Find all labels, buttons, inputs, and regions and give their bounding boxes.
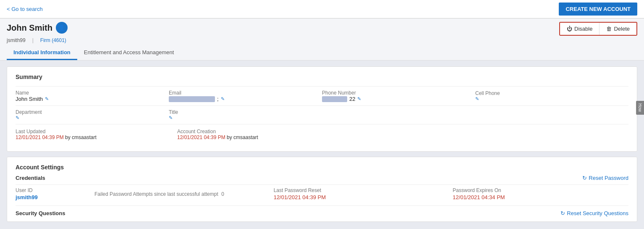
user-name: John Smith bbox=[7, 23, 52, 33]
email-field: Email ; ✎ bbox=[169, 90, 322, 102]
title-value: ✎ bbox=[169, 115, 322, 121]
account-settings-card: Account Settings Credentials ↻ Reset Pas… bbox=[7, 157, 637, 222]
tab-individual-information[interactable]: Individual Information bbox=[7, 46, 77, 60]
tab-entitlement[interactable]: Entitlement and Access Management bbox=[77, 46, 181, 60]
reset-password-icon: ↻ bbox=[582, 175, 587, 181]
email-label: Email bbox=[169, 90, 322, 96]
cell-phone-field: Cell Phone ✎ bbox=[475, 90, 628, 102]
credentials-fields: User ID jsmith99 Failed Password Attempt… bbox=[16, 184, 628, 203]
credentials-label: Credentials bbox=[16, 175, 45, 181]
top-bar: < Go to search CREATE NEW ACCOUNT bbox=[0, 0, 644, 18]
account-settings-title: Account Settings bbox=[16, 164, 628, 171]
title-field: Title ✎ bbox=[169, 109, 322, 121]
phone-field: Phone Number 22 ✎ bbox=[322, 90, 475, 102]
action-buttons-group: ⏻ Disable 🗑 Delete bbox=[559, 22, 637, 36]
account-creation-label: Account Creation bbox=[177, 129, 322, 134]
security-questions-row: Security Questions ↻ Reset Security Ques… bbox=[16, 205, 628, 216]
summary-row-1: Name John Smith ✎ Email ; ✎ Phone Number bbox=[16, 86, 628, 105]
email-redacted bbox=[169, 96, 215, 102]
last-updated-value: 12/01/2021 04:39 PM by cmsaastart bbox=[16, 134, 169, 140]
cred-failed-label: Failed Password Attempts since last succ… bbox=[94, 191, 270, 197]
phone-value: 22 ✎ bbox=[322, 96, 475, 102]
name-label: Name bbox=[16, 90, 169, 96]
cred-expires-field: Password Expires On 12/01/2021 04:34 PM bbox=[453, 187, 628, 200]
cred-last-reset-value: 12/01/2021 04:39 PM bbox=[274, 194, 450, 200]
department-edit-icon[interactable]: ✎ bbox=[16, 115, 19, 121]
cred-userid-value: jsmith99 bbox=[16, 194, 91, 200]
reset-password-link[interactable]: ↻ Reset Password bbox=[582, 175, 628, 181]
cell-phone-label: Cell Phone bbox=[475, 90, 628, 96]
department-value: ✎ bbox=[16, 115, 169, 121]
create-new-account-button[interactable]: CREATE NEW ACCOUNT bbox=[559, 3, 637, 16]
phone-label: Phone Number bbox=[322, 90, 475, 96]
meta-separator: | bbox=[32, 37, 34, 43]
email-value: ; ✎ bbox=[169, 96, 322, 102]
account-creation-field: Account Creation 12/01/2021 04:39 PM by … bbox=[169, 129, 322, 140]
user-header: John Smith 👤 ⏻ Disable 🗑 Delete jsmith99… bbox=[0, 18, 644, 61]
phone-edit-icon[interactable]: ✎ bbox=[357, 96, 361, 102]
delete-label: Delete bbox=[614, 26, 630, 32]
firm-link[interactable]: Firm (4601) bbox=[40, 37, 66, 43]
summary-title: Summary bbox=[16, 74, 628, 80]
reset-security-label: Reset Security Questions bbox=[567, 210, 628, 216]
cred-failed-attempts-field: Failed Password Attempts since last succ… bbox=[94, 191, 270, 197]
cred-userid-label: User ID bbox=[16, 187, 91, 193]
content-area: Summary Name John Smith ✎ Email ; ✎ Phon… bbox=[0, 61, 644, 228]
title-edit-icon[interactable]: ✎ bbox=[169, 115, 173, 121]
tabs-bar: Individual Information Entitlement and A… bbox=[7, 46, 637, 60]
disable-icon: ⏻ bbox=[567, 26, 572, 32]
email-edit-icon[interactable]: ✎ bbox=[221, 96, 225, 102]
summary-row-3: Last Updated 12/01/2021 04:39 PM by cmsa… bbox=[16, 124, 628, 145]
phone-redacted bbox=[322, 96, 347, 102]
reset-security-link[interactable]: ↻ Reset Security Questions bbox=[560, 210, 628, 216]
name-value: John Smith ✎ bbox=[16, 96, 169, 102]
go-to-search-link[interactable]: < Go to search bbox=[7, 6, 43, 12]
delete-button[interactable]: 🗑 Delete bbox=[599, 23, 636, 35]
title-label: Title bbox=[169, 109, 322, 115]
summary-row-2: Department ✎ Title ✎ bbox=[16, 105, 628, 124]
cred-expires-label: Password Expires On bbox=[453, 187, 628, 193]
cred-last-reset-label: Last Password Reset bbox=[274, 187, 450, 193]
cred-expires-value: 12/01/2021 04:34 PM bbox=[453, 194, 628, 200]
department-field: Department ✎ bbox=[16, 109, 169, 121]
user-title-row: John Smith 👤 ⏻ Disable 🗑 Delete bbox=[7, 22, 637, 36]
name-field: Name John Smith ✎ bbox=[16, 90, 169, 102]
name-edit-icon[interactable]: ✎ bbox=[45, 96, 49, 102]
cred-last-reset-field: Last Password Reset 12/01/2021 04:39 PM bbox=[274, 187, 450, 200]
cell-phone-edit-icon[interactable]: ✎ bbox=[475, 96, 479, 102]
credentials-header-row: Credentials ↻ Reset Password bbox=[16, 175, 628, 181]
user-id-meta: jsmith99 bbox=[7, 37, 26, 43]
disable-label: Disable bbox=[574, 26, 592, 32]
security-questions-label: Security Questions bbox=[16, 210, 65, 216]
account-creation-value: 12/01/2021 04:39 PM by cmsaastart bbox=[177, 134, 322, 140]
reset-password-label: Reset Password bbox=[589, 175, 628, 181]
reset-security-icon: ↻ bbox=[560, 210, 565, 216]
disable-button[interactable]: ⏻ Disable bbox=[560, 23, 599, 35]
user-meta: jsmith99 | Firm (4601) bbox=[7, 37, 637, 43]
last-updated-label: Last Updated bbox=[16, 129, 169, 134]
last-updated-field: Last Updated 12/01/2021 04:39 PM by cmsa… bbox=[16, 129, 169, 140]
user-name-block: John Smith 👤 bbox=[7, 22, 68, 34]
avatar: 👤 bbox=[56, 22, 68, 34]
department-label: Department bbox=[16, 109, 169, 115]
delete-icon: 🗑 bbox=[606, 26, 612, 32]
summary-card: Summary Name John Smith ✎ Email ; ✎ Phon… bbox=[7, 66, 637, 152]
cell-phone-value: ✎ bbox=[475, 96, 628, 102]
cred-userid-field: User ID jsmith99 bbox=[16, 187, 91, 200]
scroll-hint: How bbox=[636, 101, 644, 114]
